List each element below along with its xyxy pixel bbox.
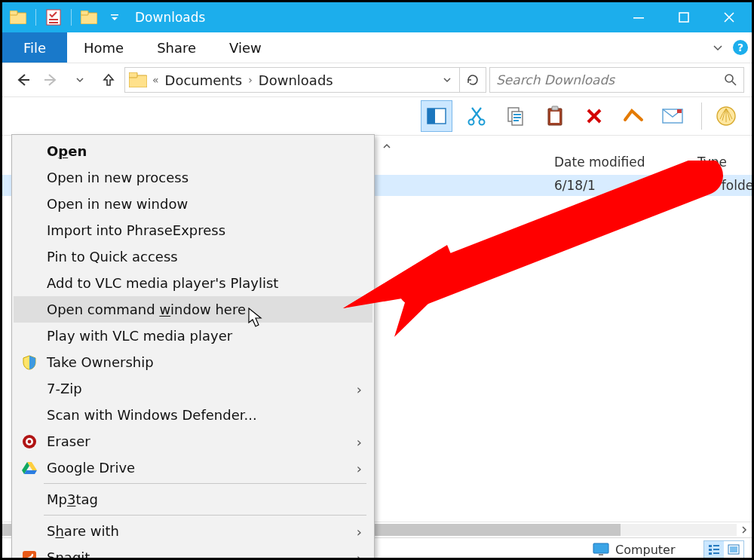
back-button[interactable]: [10, 67, 35, 93]
menu-open-command-window-here[interactable]: Open command window here: [14, 296, 372, 323]
svg-rect-7: [111, 14, 118, 16]
menu-share-with[interactable]: Share with ›: [14, 518, 372, 544]
tab-home[interactable]: Home: [67, 32, 140, 63]
email-button[interactable]: [657, 101, 688, 131]
shell-button[interactable]: [711, 101, 741, 131]
address-dropdown-icon[interactable]: [443, 75, 452, 84]
svg-rect-29: [599, 554, 603, 555]
delete-button[interactable]: [579, 101, 609, 131]
svg-rect-3: [49, 19, 58, 20]
menu-7zip[interactable]: 7-Zip ›: [14, 375, 372, 402]
menu-import-phraseexpress[interactable]: Import into PhraseExpress: [14, 217, 372, 243]
window-title: Downloads: [135, 10, 205, 25]
submenu-arrow-icon: ›: [357, 381, 362, 396]
menu-separator: [44, 515, 366, 516]
command-toolbar: [2, 97, 752, 136]
context-menu: Open Open in new process Open in new win…: [11, 134, 375, 560]
scroll-right-icon[interactable]: [737, 522, 752, 537]
svg-rect-24: [552, 106, 558, 110]
svg-rect-1: [10, 11, 17, 15]
eraser-icon: [21, 433, 38, 450]
status-location-label: Computer: [615, 543, 676, 557]
submenu-arrow-icon: ›: [357, 460, 362, 476]
close-button[interactable]: [706, 2, 752, 32]
menu-pin-quick-access[interactable]: Pin to Quick access: [14, 243, 372, 270]
svg-rect-26: [677, 109, 682, 113]
svg-rect-8: [633, 17, 644, 19]
svg-rect-11: [129, 72, 137, 78]
svg-rect-33: [713, 549, 719, 550]
svg-rect-34: [709, 552, 712, 555]
monitor-icon: [593, 543, 609, 556]
svg-rect-37: [730, 546, 737, 552]
menu-google-drive[interactable]: Google Drive ›: [14, 454, 372, 481]
svg-point-16: [480, 120, 485, 125]
menu-play-vlc[interactable]: Play with VLC media player: [14, 323, 372, 349]
help-icon: ?: [733, 40, 748, 55]
details-view-icon[interactable]: [704, 541, 724, 558]
svg-rect-19: [513, 114, 521, 115]
menu-separator: [44, 483, 366, 484]
forward-button[interactable]: [38, 67, 64, 93]
svg-rect-20: [513, 117, 521, 118]
tab-share[interactable]: Share: [140, 32, 213, 63]
preview-pane-button[interactable]: [421, 100, 452, 132]
paste-button[interactable]: [540, 101, 570, 131]
folder-icon: [128, 72, 148, 88]
svg-rect-35: [713, 552, 719, 554]
chevron-right-icon[interactable]: ›: [248, 74, 253, 86]
menu-mp3tag[interactable]: Mp3tag: [14, 486, 372, 513]
breadcrumb-documents[interactable]: Documents: [164, 72, 244, 88]
address-bar[interactable]: « Documents › Downloads: [124, 67, 486, 93]
search-input[interactable]: Search Downloads: [489, 67, 744, 93]
properties-icon[interactable]: [42, 2, 65, 32]
menu-scan-defender[interactable]: Scan with Windows Defender...: [14, 402, 372, 428]
rename-button[interactable]: [618, 101, 648, 131]
menu-open-new-window[interactable]: Open in new window: [14, 191, 372, 217]
view-mode-toggle[interactable]: [703, 540, 744, 558]
ribbon-collapse-icon[interactable]: [706, 32, 729, 63]
google-drive-icon: [21, 460, 38, 476]
ribbon-tabs: File Home Share View ?: [2, 32, 752, 63]
svg-rect-9: [679, 13, 688, 22]
cell-type: File folde: [696, 178, 753, 193]
folder-icon[interactable]: [7, 2, 29, 32]
svg-rect-30: [709, 545, 712, 547]
svg-point-12: [725, 75, 733, 82]
up-button[interactable]: [96, 67, 121, 93]
svg-rect-28: [593, 543, 608, 553]
tab-file[interactable]: File: [2, 32, 67, 63]
title-bar: Downloads: [2, 2, 752, 32]
svg-rect-21: [513, 120, 519, 121]
column-date-modified[interactable]: Date modified: [554, 155, 645, 170]
qat-dropdown-icon[interactable]: [103, 2, 126, 32]
help-button[interactable]: ?: [729, 32, 752, 63]
cut-button[interactable]: [461, 101, 492, 131]
tab-view[interactable]: View: [213, 32, 278, 63]
menu-add-vlc-playlist[interactable]: Add to VLC media player's Playlist: [14, 270, 372, 296]
refresh-button[interactable]: [459, 68, 486, 92]
copy-button[interactable]: [501, 101, 531, 131]
window-controls: [616, 2, 752, 32]
maximize-button[interactable]: [661, 2, 706, 32]
breadcrumb-root[interactable]: «: [152, 74, 159, 86]
column-type[interactable]: Type: [697, 155, 727, 170]
search-placeholder: Search Downloads: [496, 72, 615, 87]
svg-point-15: [469, 120, 474, 125]
menu-take-ownership[interactable]: Take Ownership: [14, 349, 372, 375]
menu-eraser[interactable]: Eraser ›: [14, 428, 372, 454]
recent-locations-dropdown[interactable]: [67, 67, 93, 93]
menu-snagit[interactable]: Snagit ›: [14, 544, 372, 560]
navigation-bar: « Documents › Downloads Search Downloads: [2, 63, 752, 97]
svg-rect-4: [49, 22, 58, 23]
minimize-button[interactable]: [616, 2, 661, 32]
submenu-arrow-icon: ›: [357, 523, 362, 539]
search-icon: [724, 73, 737, 87]
menu-open[interactable]: Open: [14, 138, 372, 164]
menu-open-new-process[interactable]: Open in new process: [14, 164, 372, 191]
svg-rect-14: [428, 109, 435, 124]
thumbnails-view-icon[interactable]: [724, 541, 743, 558]
folder-icon[interactable]: [78, 2, 100, 32]
cell-date: 6/18/1: [554, 178, 596, 193]
breadcrumb-downloads[interactable]: Downloads: [257, 72, 335, 88]
